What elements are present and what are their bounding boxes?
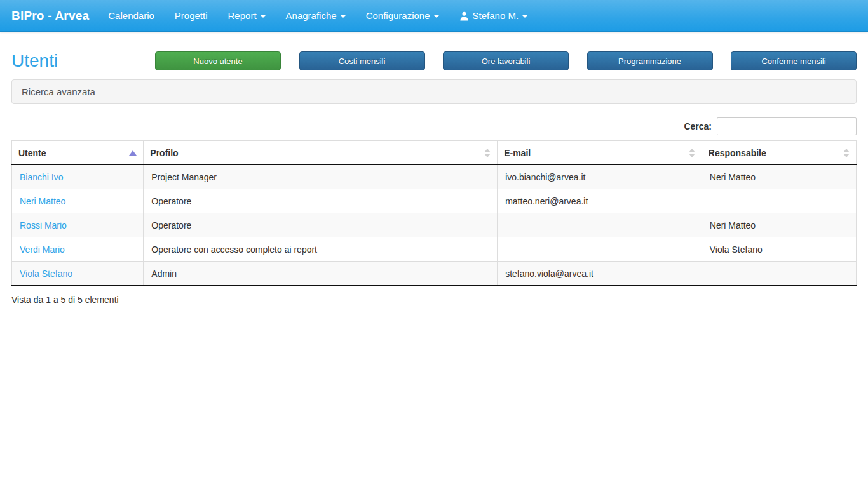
column-label: Utente [18, 148, 46, 158]
chevron-down-icon [341, 15, 346, 18]
user-link[interactable]: Neri Matteo [20, 196, 65, 206]
profile-cell: Operatore con accesso completo ai report [144, 237, 498, 262]
column-header-utente[interactable]: Utente [12, 141, 144, 165]
column-label: Responsabile [709, 148, 766, 158]
column-header-responsabile[interactable]: Responsabile [702, 141, 856, 165]
user-link[interactable]: Verdi Mario [20, 244, 65, 255]
email-cell [498, 213, 702, 237]
advanced-search-panel[interactable]: Ricerca avanzata [11, 79, 857, 104]
table-info: Vista da 1 a 5 di 5 elementi [11, 295, 857, 305]
table-header-row: Utente Profilo E-mail Responsabile [12, 141, 857, 165]
nav-item-progetti[interactable]: Progetti [165, 0, 218, 31]
page-header: Utenti Nuovo utente Costi mensili Ore la… [11, 51, 857, 71]
chevron-down-icon [522, 15, 527, 18]
column-header-email[interactable]: E-mail [498, 141, 702, 165]
monthly-costs-button[interactable]: Costi mensili [299, 51, 425, 70]
table-row: Bianchi Ivo Project Manager ivo.bianchi@… [12, 165, 857, 189]
monthly-confirmations-button[interactable]: Conferme mensili [731, 51, 857, 70]
workable-hours-button[interactable]: Ore lavorabili [443, 51, 569, 70]
manager-cell: Neri Matteo [702, 213, 856, 237]
user-name-label: Stefano M. [473, 10, 519, 21]
column-header-profilo[interactable]: Profilo [144, 141, 498, 165]
table-search-row: Cerca: [11, 117, 857, 135]
users-table: Utente Profilo E-mail Responsabile [11, 140, 857, 286]
sort-asc-icon [129, 150, 137, 156]
manager-cell: Viola Stefano [702, 237, 856, 262]
nav-item-label: Anagrafiche [286, 10, 337, 21]
sort-both-icon [689, 149, 695, 157]
manager-cell [702, 262, 856, 286]
search-label: Cerca: [684, 121, 712, 131]
sort-both-icon [843, 149, 850, 157]
profile-cell: Operatore [144, 213, 498, 237]
nav-item-label: Configurazione [366, 10, 430, 21]
scheduling-button[interactable]: Programmazione [587, 51, 713, 70]
profile-cell: Operatore [144, 189, 498, 213]
user-link[interactable]: Bianchi Ivo [20, 172, 63, 182]
nav-item-configurazione[interactable]: Configurazione [356, 0, 449, 31]
user-menu[interactable]: Stefano M. [449, 0, 538, 31]
email-cell: matteo.neri@arvea.it [498, 189, 702, 213]
nav-item-label: Report [228, 10, 257, 21]
navbar: BiPro - Arvea Calendario Progetti Report… [0, 0, 868, 32]
nav-item-anagrafiche[interactable]: Anagrafiche [276, 0, 356, 31]
profile-cell: Project Manager [144, 165, 498, 189]
table-row: Neri Matteo Operatore matteo.neri@arvea.… [12, 189, 857, 213]
brand[interactable]: BiPro - Arvea [11, 0, 89, 31]
manager-cell: Neri Matteo [702, 165, 856, 189]
nav-item-calendario[interactable]: Calendario [98, 0, 165, 31]
user-link[interactable]: Viola Stefano [20, 269, 72, 279]
page-title: Utenti [11, 51, 155, 71]
new-user-button[interactable]: Nuovo utente [155, 51, 281, 70]
chevron-down-icon [261, 15, 266, 18]
table-row: Rossi Mario Operatore Neri Matteo [12, 213, 857, 237]
advanced-search-label: Ricerca avanzata [22, 86, 95, 97]
email-cell [498, 237, 702, 262]
nav-item-report[interactable]: Report [218, 0, 276, 31]
nav-item-label: Calendario [108, 10, 154, 21]
user-link[interactable]: Rossi Mario [20, 220, 67, 230]
main-content: Utenti Nuovo utente Costi mensili Ore la… [0, 51, 868, 305]
user-icon [459, 11, 469, 21]
manager-cell [702, 189, 856, 213]
action-buttons: Nuovo utente Costi mensili Ore lavorabil… [155, 51, 857, 70]
table-row: Verdi Mario Operatore con accesso comple… [12, 237, 857, 262]
sort-both-icon [484, 149, 491, 157]
email-cell: ivo.bianchi@arvea.it [498, 165, 702, 189]
column-label: Profilo [150, 148, 178, 158]
table-row: Viola Stefano Admin stefano.viola@arvea.… [12, 262, 857, 286]
profile-cell: Admin [144, 262, 498, 286]
search-input[interactable] [717, 117, 857, 135]
email-cell: stefano.viola@arvea.it [498, 262, 702, 286]
column-label: E-mail [504, 148, 531, 158]
chevron-down-icon [434, 15, 439, 18]
nav-item-label: Progetti [175, 10, 208, 21]
